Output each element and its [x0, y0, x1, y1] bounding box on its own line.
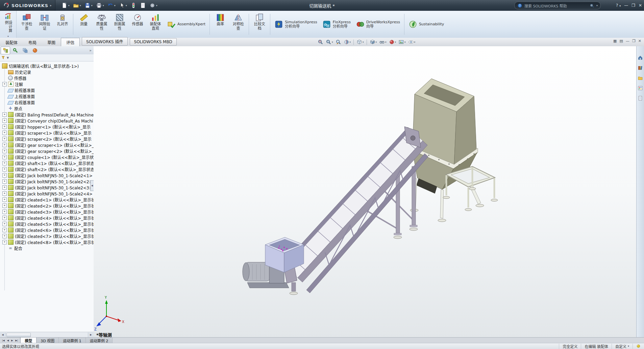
tree-item-cleated-8[interactable]: +(固定) cleated<8> (默认<<默认>_显示状	[0, 239, 94, 245]
search-box[interactable]: 搜索 SOLIDWORKS 帮助 ▾	[514, 2, 601, 9]
property-manager-tab[interactable]	[10, 47, 20, 54]
sustainability-button[interactable]: Sustainability	[406, 12, 446, 37]
prev-tab-icon[interactable]: ◀	[6, 339, 10, 342]
previous-view-button[interactable]	[335, 39, 342, 45]
tree-item-jack-bolt-4[interactable]: +(固定) Jack boltNFJN5-30_1-Scale2<4>	[0, 190, 94, 196]
rebuild-button[interactable]	[129, 2, 138, 9]
stand-frame-model[interactable]	[443, 166, 498, 211]
tree-item-cleated-3[interactable]: +(固定) cleated<3> (默认<<默认>_显示状	[0, 209, 94, 215]
expand-toggle[interactable]: +	[2, 112, 7, 117]
tree-item-couple-1[interactable]: +(固定) couple<1> (默认<<默认>_显示状	[0, 154, 94, 160]
apply-scene-button[interactable]: ▾	[398, 39, 406, 45]
zoom-to-area-button[interactable]: ▾	[325, 39, 334, 45]
view-settings-button[interactable]: ▾	[407, 39, 416, 45]
file-explorer-icon[interactable]	[638, 75, 643, 81]
tree-item-jack-bolt-2[interactable]: +(固定) Jack boltNFJN5-30_1-Scale2<2>	[0, 178, 94, 184]
panel-horizontal-scrollbar[interactable]: ◀ ▶	[0, 332, 94, 338]
expand-toggle[interactable]: +	[2, 210, 7, 214]
design-library-icon[interactable]	[638, 65, 643, 71]
scrollbar-thumb[interactable]	[6, 333, 31, 337]
expand-toggle[interactable]: +	[2, 204, 7, 208]
tree-item-baling-press[interactable]: +(固定) Baling Press(Default_As Machine	[0, 111, 94, 117]
minimize-button[interactable]: —	[624, 3, 628, 8]
restore-button[interactable]: ❐	[631, 3, 635, 8]
tree-item-annotations[interactable]: +A注解	[0, 81, 94, 87]
3d-model-chip-conveyor[interactable]: Y X Z *等轴测	[94, 46, 637, 338]
custom-dropdown[interactable]: 自定义▾	[612, 344, 633, 349]
expand-toggle[interactable]: +	[2, 185, 7, 190]
tree-item-cleated-5[interactable]: +(固定) cleated<5> (默认<<默认>_显示状	[0, 221, 94, 227]
first-tab-icon[interactable]: |◀	[1, 339, 6, 342]
curvature-button[interactable]: 曲率	[212, 12, 229, 37]
mass-properties-button[interactable]: 质量属性	[93, 12, 110, 37]
expand-toggle[interactable]: +	[2, 197, 7, 202]
hole-alignment-button[interactable]: 孔对齐	[54, 12, 71, 37]
window-layout-icon[interactable]: ▦	[613, 39, 617, 43]
tab-sketch[interactable]: 草图	[42, 38, 61, 46]
compare-documents-button[interactable]: 比较文档	[251, 12, 268, 37]
zoom-to-fit-button[interactable]	[317, 39, 324, 45]
tab-solidworks-addins[interactable]: SOLIDWORKS 插件	[82, 37, 127, 46]
last-tab-icon[interactable]: ▶|	[15, 339, 19, 342]
tree-item-gear-scraper-1[interactable]: +(固定) gear scraper<1> (默认<<默认>_	[0, 142, 94, 148]
sensor-button[interactable]: 传感器	[129, 12, 146, 37]
simulationxpress-button[interactable]: SimulationXpress分析向导	[272, 12, 320, 37]
tree-item-cleated-1[interactable]: +(固定) cleated<1> (默认<<默认>_显示状	[0, 196, 94, 203]
tree-filter-row[interactable]: ▼	[0, 54, 94, 61]
expand-toggle[interactable]: +	[2, 222, 7, 226]
tree-item-shaft-1[interactable]: +(固定) shaft<1> (默认<<默认>_显示状态	[0, 160, 94, 166]
scroll-left-icon[interactable]: ◀	[0, 332, 6, 338]
help-button[interactable]: ? ▾	[616, 3, 621, 8]
expand-toggle[interactable]: +	[2, 137, 7, 141]
model-tab[interactable]: 模型	[20, 338, 36, 343]
scroll-right-icon[interactable]: ▶	[88, 332, 94, 338]
motion-study-1-tab[interactable]: 运动算例 1	[59, 338, 86, 343]
tree-item-shaft-2[interactable]: +(固定) shaft<2> (默认<<默认>_显示状态	[0, 166, 94, 172]
resources-home-icon[interactable]	[638, 55, 643, 60]
undo-button[interactable]: ▾	[106, 2, 117, 9]
tree-item-jack-bolt-3[interactable]: +(固定) Jack boltNFJN5-30_1-Scale2<3>	[0, 184, 94, 190]
expand-toggle[interactable]: +	[2, 149, 7, 153]
tree-item-cleated-2[interactable]: +(固定) cleated<2> (默认<<默认>_显示状	[0, 203, 94, 209]
graphics-viewport[interactable]: Y X Z *等轴测	[94, 46, 637, 338]
tree-item-origin[interactable]: ✛原点	[0, 105, 94, 111]
tab-evaluate[interactable]: 评估	[61, 38, 80, 47]
tree-item-scraper-1[interactable]: +(固定) scraper<1> (默认<<默认>_显示	[0, 130, 94, 136]
section-properties-button[interactable]: 剖面属性	[111, 12, 128, 37]
tree-root-assembly[interactable]: 切屑输送机 (默认<默认_显示状态-1>)	[0, 63, 94, 69]
tree-item-scraper-2[interactable]: +(固定) scraper<2> (默认<<默认>_显示	[0, 136, 94, 142]
expand-toggle[interactable]: +	[2, 167, 7, 171]
tab-layout[interactable]: 布局	[23, 38, 42, 46]
custom-properties-icon[interactable]	[638, 96, 643, 101]
tree-item-cleated-7[interactable]: +(固定) cleated<7> (默认<<默认>_显示状	[0, 233, 94, 239]
expand-toggle[interactable]: +	[2, 118, 7, 123]
expand-toggle[interactable]: +	[2, 179, 7, 184]
tree-item-gear-scraper-2[interactable]: +(固定) gear scraper<2> (默认<<默认>_	[0, 148, 94, 154]
doc-close-button[interactable]: ✕	[638, 39, 641, 43]
doc-minimize-button[interactable]: —	[626, 39, 629, 43]
expand-toggle[interactable]: +	[2, 131, 7, 135]
expand-toggle[interactable]: +	[2, 228, 7, 232]
next-tab-icon[interactable]: ▶	[10, 339, 14, 342]
expand-toggle[interactable]: +	[2, 240, 7, 244]
open-button[interactable]: ▾	[72, 2, 82, 9]
expand-toggle[interactable]: +	[2, 82, 7, 86]
tab-assembly[interactable]: 装配体	[0, 38, 23, 46]
edit-appearance-button[interactable]: ▾	[388, 39, 397, 45]
view-orientation-button[interactable]: ▾	[356, 39, 365, 45]
display-manager-tab[interactable]	[30, 47, 40, 54]
motion-study-2-tab[interactable]: 运动算例 2	[86, 338, 113, 343]
measure-button[interactable]: 测量	[75, 12, 93, 37]
doc-restore-button[interactable]: ❐	[632, 39, 636, 43]
interference-check-button[interactable]: 干涉检查	[18, 12, 35, 37]
assemblyxpert-button[interactable]: AssemblyXpert	[165, 12, 208, 37]
expand-toggle[interactable]: +	[2, 234, 7, 238]
tree-item-front-plane[interactable]: 前视基准面	[0, 87, 94, 93]
section-view-button[interactable]: ▾	[343, 39, 352, 45]
close-button[interactable]: ✕	[639, 3, 642, 8]
3d-views-tab[interactable]: 3D 视图	[36, 338, 59, 343]
assembly-visualization-button[interactable]: 装配体直观	[147, 12, 164, 37]
tree-item-cleated-6[interactable]: +(固定) cleated<6> (默认<<默认>_显示状	[0, 227, 94, 233]
expand-toggle[interactable]: +	[2, 125, 7, 129]
clearance-verification-button[interactable]: 间隙验证	[36, 12, 53, 37]
